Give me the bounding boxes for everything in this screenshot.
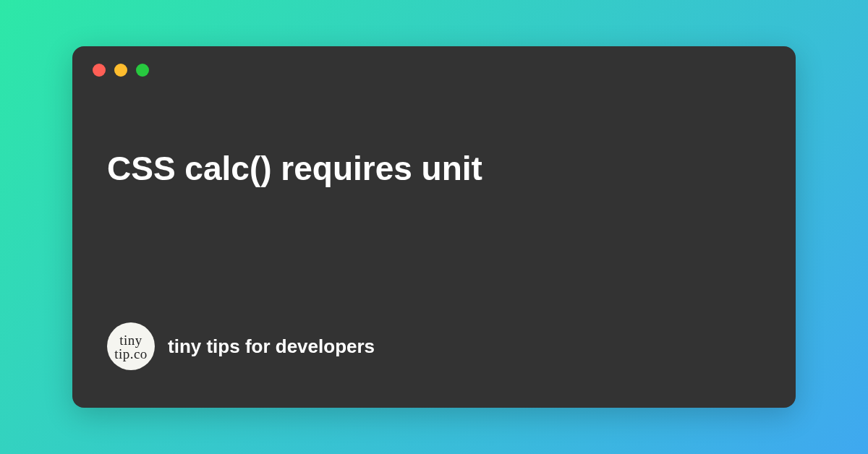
- close-icon: [93, 64, 106, 77]
- maximize-icon: [136, 64, 149, 77]
- logo-line-1: tiny: [119, 333, 142, 347]
- logo-line-2: tip.co: [114, 347, 148, 361]
- window-content: CSS calc() requires unit tiny tip.co tin…: [107, 91, 761, 382]
- site-logo: tiny tip.co: [107, 322, 155, 370]
- footer: tiny tip.co tiny tips for developers: [107, 322, 761, 382]
- minimize-icon: [114, 64, 127, 77]
- window-card: CSS calc() requires unit tiny tip.co tin…: [72, 46, 796, 408]
- traffic-lights: [93, 64, 761, 77]
- tagline: tiny tips for developers: [168, 335, 375, 358]
- page-title: CSS calc() requires unit: [107, 149, 761, 189]
